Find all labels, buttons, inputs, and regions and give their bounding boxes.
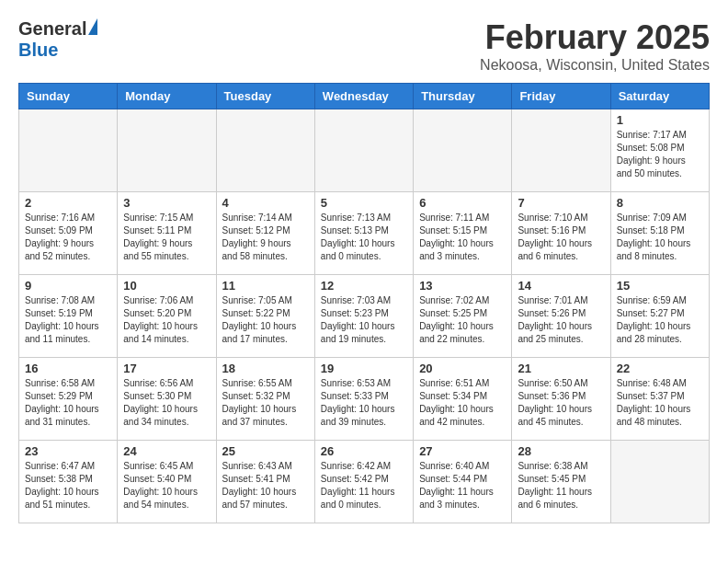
day-info: Sunrise: 6:58 AM Sunset: 5:29 PM Dayligh… xyxy=(25,377,111,429)
day-number: 25 xyxy=(222,444,309,458)
calendar-day-cell: 9Sunrise: 7:08 AM Sunset: 5:19 PM Daylig… xyxy=(19,275,118,358)
day-info: Sunrise: 6:40 AM Sunset: 5:44 PM Dayligh… xyxy=(419,460,506,511)
calendar-week-row: 1Sunrise: 7:17 AM Sunset: 5:08 PM Daylig… xyxy=(19,109,710,192)
day-number: 18 xyxy=(222,362,309,375)
calendar-day-cell xyxy=(19,109,118,192)
calendar-day-cell: 16Sunrise: 6:58 AM Sunset: 5:29 PM Dayli… xyxy=(19,358,118,441)
day-info: Sunrise: 7:03 AM Sunset: 5:23 PM Dayligh… xyxy=(321,294,407,346)
calendar-day-cell: 25Sunrise: 6:43 AM Sunset: 5:41 PM Dayli… xyxy=(216,441,314,523)
day-info: Sunrise: 6:55 AM Sunset: 5:32 PM Dayligh… xyxy=(222,377,309,429)
calendar-day-cell xyxy=(216,109,314,192)
day-info: Sunrise: 7:05 AM Sunset: 5:22 PM Dayligh… xyxy=(222,294,309,346)
calendar-day-cell xyxy=(118,109,216,192)
calendar-day-cell xyxy=(314,109,413,192)
day-info: Sunrise: 6:43 AM Sunset: 5:41 PM Dayligh… xyxy=(222,460,309,511)
calendar-day-cell: 2Sunrise: 7:16 AM Sunset: 5:09 PM Daylig… xyxy=(19,192,118,275)
calendar-header-friday: Friday xyxy=(512,84,610,109)
calendar-day-cell: 28Sunrise: 6:38 AM Sunset: 5:45 PM Dayli… xyxy=(512,441,610,523)
day-number: 7 xyxy=(518,196,604,210)
day-info: Sunrise: 7:17 AM Sunset: 5:08 PM Dayligh… xyxy=(617,129,703,180)
calendar-header-sunday: Sunday xyxy=(19,84,118,109)
title-section: February 2025 Nekoosa, Wisconsin, United… xyxy=(480,18,710,74)
day-info: Sunrise: 6:56 AM Sunset: 5:30 PM Dayligh… xyxy=(123,377,210,429)
day-info: Sunrise: 6:59 AM Sunset: 5:27 PM Dayligh… xyxy=(617,294,703,346)
day-number: 16 xyxy=(25,362,111,375)
day-info: Sunrise: 6:53 AM Sunset: 5:33 PM Dayligh… xyxy=(321,377,407,429)
calendar-header-tuesday: Tuesday xyxy=(216,84,314,109)
day-number: 2 xyxy=(25,196,111,210)
day-number: 14 xyxy=(518,279,604,293)
calendar-day-cell: 18Sunrise: 6:55 AM Sunset: 5:32 PM Dayli… xyxy=(216,358,314,441)
day-number: 24 xyxy=(123,444,210,458)
day-number: 15 xyxy=(617,279,703,293)
calendar-day-cell: 11Sunrise: 7:05 AM Sunset: 5:22 PM Dayli… xyxy=(216,275,314,358)
day-number: 12 xyxy=(321,279,407,293)
day-info: Sunrise: 6:50 AM Sunset: 5:36 PM Dayligh… xyxy=(518,377,604,429)
calendar-header-saturday: Saturday xyxy=(610,84,709,109)
day-info: Sunrise: 6:42 AM Sunset: 5:42 PM Dayligh… xyxy=(321,460,407,511)
day-number: 3 xyxy=(123,196,210,210)
calendar-header-monday: Monday xyxy=(118,84,216,109)
day-number: 26 xyxy=(321,444,407,458)
day-info: Sunrise: 7:09 AM Sunset: 5:18 PM Dayligh… xyxy=(617,212,703,263)
day-info: Sunrise: 7:15 AM Sunset: 5:11 PM Dayligh… xyxy=(123,212,210,263)
day-number: 10 xyxy=(123,279,210,293)
calendar-day-cell: 12Sunrise: 7:03 AM Sunset: 5:23 PM Dayli… xyxy=(314,275,413,358)
calendar-day-cell: 19Sunrise: 6:53 AM Sunset: 5:33 PM Dayli… xyxy=(314,358,413,441)
calendar-day-cell: 23Sunrise: 6:47 AM Sunset: 5:38 PM Dayli… xyxy=(19,441,118,523)
day-number: 1 xyxy=(617,113,703,127)
calendar-day-cell: 26Sunrise: 6:42 AM Sunset: 5:42 PM Dayli… xyxy=(314,441,413,523)
day-number: 27 xyxy=(419,444,506,458)
calendar-day-cell: 27Sunrise: 6:40 AM Sunset: 5:44 PM Dayli… xyxy=(414,441,512,523)
calendar-header-row: SundayMondayTuesdayWednesdayThursdayFrid… xyxy=(19,84,710,109)
day-number: 22 xyxy=(617,362,703,375)
calendar-day-cell: 17Sunrise: 6:56 AM Sunset: 5:30 PM Dayli… xyxy=(118,358,216,441)
day-info: Sunrise: 7:11 AM Sunset: 5:15 PM Dayligh… xyxy=(419,212,506,263)
calendar-day-cell: 10Sunrise: 7:06 AM Sunset: 5:20 PM Dayli… xyxy=(118,275,216,358)
day-number: 20 xyxy=(419,362,506,375)
calendar-header-wednesday: Wednesday xyxy=(314,84,413,109)
day-number: 8 xyxy=(617,196,703,210)
day-number: 28 xyxy=(518,444,604,458)
day-number: 4 xyxy=(222,196,309,210)
day-info: Sunrise: 7:16 AM Sunset: 5:09 PM Dayligh… xyxy=(25,212,111,263)
calendar-day-cell: 13Sunrise: 7:02 AM Sunset: 5:25 PM Dayli… xyxy=(414,275,512,358)
calendar-day-cell: 1Sunrise: 7:17 AM Sunset: 5:08 PM Daylig… xyxy=(610,109,709,192)
day-info: Sunrise: 7:01 AM Sunset: 5:26 PM Dayligh… xyxy=(518,294,604,346)
day-number: 11 xyxy=(222,279,309,293)
calendar-week-row: 23Sunrise: 6:47 AM Sunset: 5:38 PM Dayli… xyxy=(19,441,710,523)
calendar-day-cell: 21Sunrise: 6:50 AM Sunset: 5:36 PM Dayli… xyxy=(512,358,610,441)
day-info: Sunrise: 6:48 AM Sunset: 5:37 PM Dayligh… xyxy=(617,377,703,429)
logo-triangle-icon xyxy=(88,18,97,35)
month-title: February 2025 xyxy=(480,18,710,57)
calendar-day-cell: 5Sunrise: 7:13 AM Sunset: 5:13 PM Daylig… xyxy=(314,192,413,275)
logo: General Blue xyxy=(18,18,97,61)
day-info: Sunrise: 7:06 AM Sunset: 5:20 PM Dayligh… xyxy=(123,294,210,346)
location-subtitle: Nekoosa, Wisconsin, United States xyxy=(480,57,710,74)
calendar-day-cell: 20Sunrise: 6:51 AM Sunset: 5:34 PM Dayli… xyxy=(414,358,512,441)
day-number: 23 xyxy=(25,444,111,458)
calendar-day-cell: 15Sunrise: 6:59 AM Sunset: 5:27 PM Dayli… xyxy=(610,275,709,358)
calendar-day-cell xyxy=(610,441,709,523)
day-info: Sunrise: 7:08 AM Sunset: 5:19 PM Dayligh… xyxy=(25,294,111,346)
calendar-day-cell: 3Sunrise: 7:15 AM Sunset: 5:11 PM Daylig… xyxy=(118,192,216,275)
day-number: 17 xyxy=(123,362,210,375)
calendar-week-row: 9Sunrise: 7:08 AM Sunset: 5:19 PM Daylig… xyxy=(19,275,710,358)
day-number: 6 xyxy=(419,196,506,210)
calendar-header-thursday: Thursday xyxy=(414,84,512,109)
day-info: Sunrise: 7:14 AM Sunset: 5:12 PM Dayligh… xyxy=(222,212,309,263)
calendar-day-cell xyxy=(414,109,512,192)
calendar-week-row: 16Sunrise: 6:58 AM Sunset: 5:29 PM Dayli… xyxy=(19,358,710,441)
calendar-day-cell: 6Sunrise: 7:11 AM Sunset: 5:15 PM Daylig… xyxy=(414,192,512,275)
day-number: 21 xyxy=(518,362,604,375)
day-info: Sunrise: 6:47 AM Sunset: 5:38 PM Dayligh… xyxy=(25,460,111,511)
logo-blue-text: Blue xyxy=(18,40,58,61)
calendar-day-cell xyxy=(512,109,610,192)
calendar-day-cell: 24Sunrise: 6:45 AM Sunset: 5:40 PM Dayli… xyxy=(118,441,216,523)
calendar-day-cell: 8Sunrise: 7:09 AM Sunset: 5:18 PM Daylig… xyxy=(610,192,709,275)
logo-general-text: General xyxy=(18,18,86,40)
calendar-week-row: 2Sunrise: 7:16 AM Sunset: 5:09 PM Daylig… xyxy=(19,192,710,275)
day-info: Sunrise: 6:45 AM Sunset: 5:40 PM Dayligh… xyxy=(123,460,210,511)
page-header: General Blue February 2025 Nekoosa, Wisc… xyxy=(18,18,710,74)
day-number: 5 xyxy=(321,196,407,210)
